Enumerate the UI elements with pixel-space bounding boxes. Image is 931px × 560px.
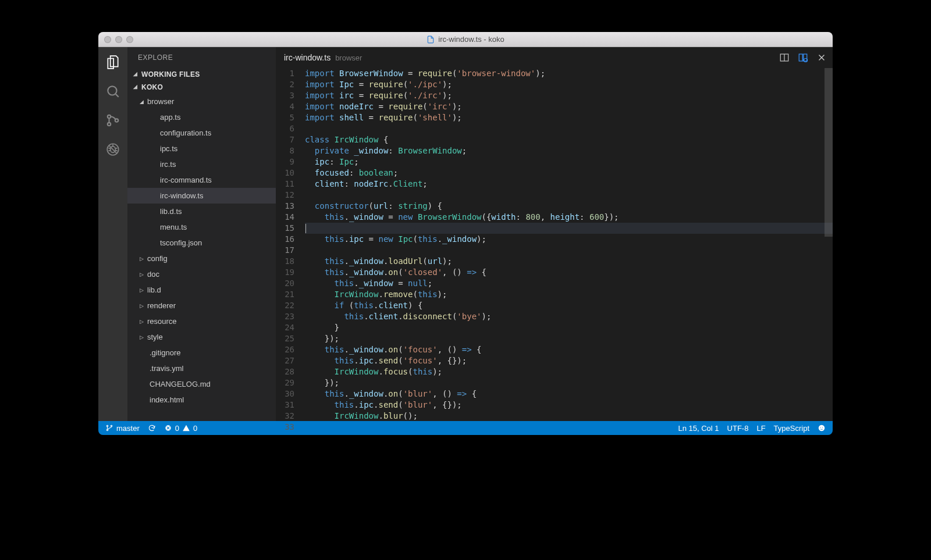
scrollbar-thumb[interactable]: [825, 68, 833, 237]
svg-point-15: [106, 429, 108, 430]
code-area[interactable]: 1234567891011121314151617181920212223242…: [276, 68, 833, 421]
compare-icon[interactable]: [798, 52, 808, 63]
tree-item-label: tsconfig.json: [160, 238, 202, 247]
filename: irc-window.ts: [284, 53, 331, 62]
error-count: 0: [175, 424, 179, 433]
status-encoding[interactable]: UTF-8: [727, 424, 749, 433]
tree-item-label: resource: [147, 317, 177, 326]
file-tree: ◢browserapp.tsconfiguration.tsipc.tsirc.…: [127, 94, 276, 421]
tree-item-label: app.ts: [160, 113, 180, 122]
tree-file[interactable]: irc-window.ts: [127, 188, 276, 204]
tree-item-label: ipc.ts: [160, 144, 177, 153]
tree-file[interactable]: ipc.ts: [127, 141, 276, 156]
editor-tabs: irc-window.ts browser: [276, 47, 833, 68]
tree-file[interactable]: CHANGELOG.md: [127, 376, 276, 392]
scrollbar-track[interactable]: [825, 68, 833, 421]
svg-point-3: [108, 123, 111, 126]
tree-folder[interactable]: ▷style: [127, 329, 276, 345]
tree-item-label: browser: [147, 97, 174, 106]
tree-item-label: .travis.yml: [150, 364, 184, 373]
svg-point-16: [111, 425, 112, 426]
status-bar: master 0 0 Ln 15, Col 1 UTF-8 LF TypeScr…: [98, 421, 833, 435]
tree-file[interactable]: menu.ts: [127, 219, 276, 235]
tree-item-label: menu.ts: [160, 223, 187, 231]
chevron-right-icon: ▷: [138, 287, 145, 293]
section-label: KOKO: [141, 83, 163, 91]
tree-folder[interactable]: ▷lib.d: [127, 282, 276, 298]
svg-point-2: [108, 115, 111, 118]
tree-item-label: index.html: [150, 395, 184, 404]
sidebar-title: EXPLORE: [127, 47, 276, 68]
line-gutter: 1234567891011121314151617181920212223242…: [276, 68, 305, 421]
chevron-down-icon: ◢: [138, 99, 145, 105]
branch-name: master: [116, 424, 140, 433]
section-label: WORKING FILES: [141, 70, 200, 79]
tree-file[interactable]: irc-command.ts: [127, 172, 276, 188]
tree-folder[interactable]: ◢browser: [127, 94, 276, 109]
search-icon[interactable]: [105, 83, 121, 99]
file-icon: [427, 35, 435, 44]
tree-item-label: CHANGELOG.md: [150, 380, 211, 388]
tree-item-label: irc.ts: [160, 160, 176, 169]
chevron-right-icon: ▷: [138, 303, 145, 309]
svg-point-21: [820, 427, 821, 427]
explorer-icon[interactable]: [105, 54, 121, 70]
tree-item-label: lib.d.ts: [160, 207, 182, 216]
tree-item-label: irc-window.ts: [160, 191, 203, 200]
window-title: irc-window.ts - koko: [98, 35, 833, 44]
tree-item-label: irc-command.ts: [160, 176, 212, 184]
section-project[interactable]: ◢ KOKO: [127, 81, 276, 94]
open-file-label[interactable]: irc-window.ts browser: [284, 53, 362, 62]
chevron-right-icon: ▷: [138, 334, 145, 340]
tree-item-label: configuration.ts: [160, 129, 211, 137]
warning-count: 0: [193, 424, 197, 433]
git-icon[interactable]: [105, 112, 121, 129]
svg-point-22: [822, 427, 823, 427]
tree-file[interactable]: configuration.ts: [127, 125, 276, 141]
section-working-files[interactable]: ◢ WORKING FILES: [127, 68, 276, 81]
tree-folder[interactable]: ▷doc: [127, 266, 276, 282]
close-icon[interactable]: [816, 52, 827, 63]
chevron-right-icon: ▷: [138, 272, 145, 277]
tree-item-label: style: [147, 333, 163, 341]
tree-folder[interactable]: ▷resource: [127, 313, 276, 329]
tree-file[interactable]: app.ts: [127, 109, 276, 125]
code-text[interactable]: import BrowserWindow = require('browser-…: [305, 68, 833, 421]
svg-point-0: [108, 86, 116, 95]
editor: irc-window.ts browser 12345678910111: [276, 47, 833, 421]
tree-file[interactable]: tsconfig.json: [127, 235, 276, 251]
titlebar[interactable]: irc-window.ts - koko: [98, 32, 833, 47]
status-sync[interactable]: [148, 424, 156, 432]
tree-file[interactable]: index.html: [127, 392, 276, 408]
tree-item-label: doc: [147, 270, 159, 279]
tree-file[interactable]: irc.ts: [127, 156, 276, 172]
svg-point-4: [115, 119, 118, 122]
tree-file[interactable]: .gitignore: [127, 345, 276, 361]
chevron-down-icon: ◢: [132, 71, 139, 77]
chevron-right-icon: ▷: [138, 256, 145, 262]
status-language[interactable]: TypeScript: [774, 424, 809, 433]
status-position[interactable]: Ln 15, Col 1: [678, 424, 719, 433]
split-editor-icon[interactable]: [779, 52, 790, 63]
body: EXPLORE ◢ WORKING FILES ◢ KOKO ◢browsera…: [98, 47, 833, 421]
svg-point-20: [819, 425, 825, 431]
svg-point-14: [106, 425, 108, 426]
tree-item-label: lib.d: [147, 286, 161, 294]
app-window: irc-window.ts - koko EXPLORE ◢ WORKING F…: [98, 32, 833, 435]
status-feedback-icon[interactable]: [818, 424, 826, 432]
status-branch[interactable]: master: [105, 424, 140, 433]
chevron-down-icon: ◢: [132, 84, 139, 90]
sidebar: EXPLORE ◢ WORKING FILES ◢ KOKO ◢browsera…: [127, 47, 276, 421]
tree-file[interactable]: lib.d.ts: [127, 204, 276, 219]
svg-line-1: [116, 94, 119, 97]
status-eol[interactable]: LF: [756, 424, 765, 433]
tree-item-label: config: [147, 254, 168, 263]
tree-item-label: .gitignore: [150, 348, 180, 357]
tree-folder[interactable]: ▷renderer: [127, 298, 276, 313]
status-problems[interactable]: 0 0: [164, 424, 197, 433]
tree-file[interactable]: .travis.yml: [127, 361, 276, 376]
activity-bar: [98, 47, 127, 421]
filepath: browser: [335, 53, 362, 62]
debug-icon[interactable]: [105, 141, 121, 158]
tree-folder[interactable]: ▷config: [127, 251, 276, 266]
